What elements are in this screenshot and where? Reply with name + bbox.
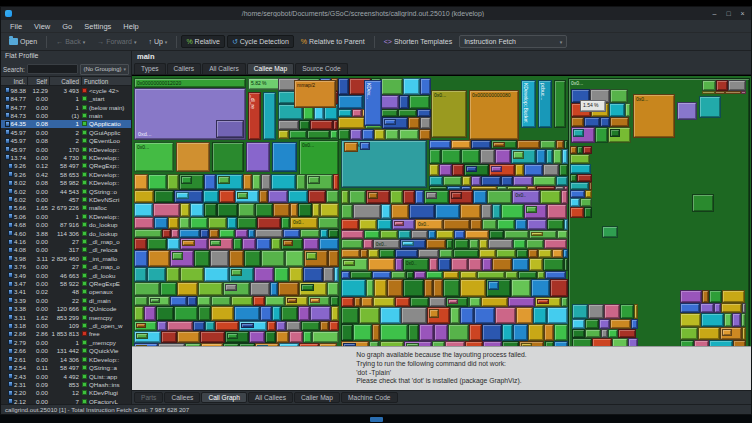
treemap-cell[interactable] xyxy=(217,203,239,217)
treemap-cell[interactable] xyxy=(501,176,513,185)
treemap-cell[interactable] xyxy=(167,174,179,190)
treemap-cell[interactable] xyxy=(310,306,331,321)
treemap-cell[interactable] xyxy=(547,204,567,218)
treemap-cell[interactable] xyxy=(451,258,468,271)
treemap-cell[interactable] xyxy=(513,324,528,341)
treemap-cell[interactable] xyxy=(409,204,435,218)
treemap-cell[interactable] xyxy=(312,203,320,217)
treemap-cell[interactable] xyxy=(267,321,276,331)
treemap-cell[interactable] xyxy=(190,217,208,229)
treemap-cell[interactable] xyxy=(482,219,497,230)
table-row[interactable]: 6.020.00457KDevNScri xyxy=(1,195,131,203)
treemap-cell[interactable] xyxy=(725,91,741,94)
table-row[interactable]: 8.020.0858 982KDevelop:: xyxy=(1,178,131,186)
treemap-cell[interactable] xyxy=(546,149,553,164)
treemap-cell[interactable] xyxy=(136,345,147,346)
table-row[interactable]: 3.470.0058 922QRegExpE xyxy=(1,279,131,287)
table-row[interactable]: 2.430.004 492QList::app xyxy=(1,372,131,380)
treemap-cell[interactable] xyxy=(408,117,420,129)
treemap-cell[interactable] xyxy=(181,176,193,184)
treemap-cell[interactable] xyxy=(341,271,350,280)
treemap-cell[interactable] xyxy=(570,164,591,174)
table-row[interactable]: 45.970.082QEventLoo xyxy=(1,136,131,144)
treemap-cell[interactable] xyxy=(573,129,584,137)
table-row[interactable]: 3.380.00120 666QUnicode xyxy=(1,305,131,313)
treemap-cell[interactable] xyxy=(429,309,439,317)
treemap-cell[interactable] xyxy=(680,327,698,340)
treemap-cell[interactable] xyxy=(210,240,221,246)
treemap-cell[interactable]: 0x000000000080 xyxy=(469,90,519,140)
table-row[interactable]: 2.862.861 853 813free xyxy=(1,330,131,338)
treemap-cell[interactable] xyxy=(477,271,504,280)
treemap-cell[interactable] xyxy=(171,229,179,237)
treemap-cell[interactable] xyxy=(469,324,482,341)
treemap-cell[interactable] xyxy=(677,102,697,120)
tab-call-graph[interactable]: Call Graph xyxy=(201,392,247,403)
treemap-cell[interactable] xyxy=(618,329,637,338)
treemap-cell[interactable] xyxy=(379,249,396,258)
treemap-cell[interactable] xyxy=(278,120,299,130)
treemap-cell[interactable] xyxy=(419,129,431,140)
treemap-cell[interactable] xyxy=(268,190,289,203)
treemap-cell[interactable] xyxy=(584,207,592,218)
treemap-cell[interactable] xyxy=(238,203,255,217)
treemap-cell[interactable] xyxy=(488,281,499,290)
treemap-cell[interactable] xyxy=(134,238,147,250)
treemap-cell[interactable] xyxy=(403,279,425,297)
treemap-cell[interactable] xyxy=(248,229,256,237)
treemap-cell[interactable] xyxy=(374,279,387,297)
treemap-cell[interactable] xyxy=(144,306,156,321)
treemap-cell[interactable] xyxy=(460,204,481,218)
treemap-cell[interactable] xyxy=(377,219,393,230)
treemap-cell[interactable] xyxy=(460,271,478,280)
treemap-cell[interactable] xyxy=(570,182,589,190)
treemap-cell[interactable] xyxy=(426,271,443,280)
treemap-cell[interactable] xyxy=(341,324,353,341)
treemap-cell[interactable] xyxy=(134,229,162,237)
treemap-cell[interactable]: _dl_re xyxy=(248,92,261,140)
treemap-cell[interactable] xyxy=(426,192,437,199)
treemap-cell[interactable] xyxy=(570,154,590,164)
table-row[interactable]: 3.490.0046 663_dl_looku xyxy=(1,271,131,279)
treemap-cell[interactable] xyxy=(301,321,320,331)
treemap-cell[interactable] xyxy=(359,307,379,323)
treemap-cell[interactable] xyxy=(312,331,339,343)
treemap-cell[interactable] xyxy=(585,190,592,198)
open-button[interactable]: Open xyxy=(4,35,42,48)
treemap-cell[interactable] xyxy=(511,279,532,297)
treemap-cell[interactable] xyxy=(286,321,301,331)
treemap-cell[interactable] xyxy=(299,343,320,346)
treemap-cell[interactable] xyxy=(406,343,418,346)
treemap-cell[interactable] xyxy=(278,130,289,139)
treemap-cell[interactable] xyxy=(350,271,372,280)
table-row[interactable]: 2.120.007QFactoryL xyxy=(1,397,131,404)
treemap-cell[interactable] xyxy=(501,204,524,218)
relative-to-parent-toggle[interactable]: % Relative to Parent xyxy=(296,35,370,48)
tab-callees[interactable]: Callees xyxy=(164,392,200,403)
treemap-cell[interactable] xyxy=(443,271,459,280)
treemap-cell[interactable] xyxy=(229,250,244,267)
treemap-cell[interactable] xyxy=(252,174,261,190)
treemap-cell[interactable] xyxy=(310,298,320,303)
table-row[interactable]: 84.730.00(1)main xyxy=(1,111,131,119)
treemap-cell[interactable] xyxy=(234,306,259,321)
grouping-combobox[interactable]: (No Grouping) ▾ xyxy=(80,64,129,75)
taskbar[interactable] xyxy=(0,415,752,423)
treemap-cell[interactable]: 0x0... xyxy=(134,142,174,172)
treemap-cell[interactable] xyxy=(460,279,486,297)
back-button[interactable]: ← Back ▾ xyxy=(51,35,90,48)
treemap-cell[interactable] xyxy=(473,190,487,204)
treemap-cell[interactable] xyxy=(418,249,439,258)
search-input[interactable] xyxy=(27,64,79,74)
treemap-cell[interactable] xyxy=(426,239,445,249)
treemap-cell[interactable] xyxy=(599,319,610,329)
treemap-cell[interactable] xyxy=(210,250,230,267)
treemap-cell[interactable] xyxy=(585,319,599,329)
treemap-cell[interactable] xyxy=(608,329,618,338)
treemap-cell[interactable] xyxy=(331,306,339,321)
treemap-cell[interactable] xyxy=(465,341,482,346)
treemap-cell[interactable] xyxy=(289,331,303,343)
treemap-cell[interactable] xyxy=(341,249,360,258)
treemap-cell[interactable] xyxy=(134,203,153,217)
treemap-cell[interactable] xyxy=(609,103,625,117)
